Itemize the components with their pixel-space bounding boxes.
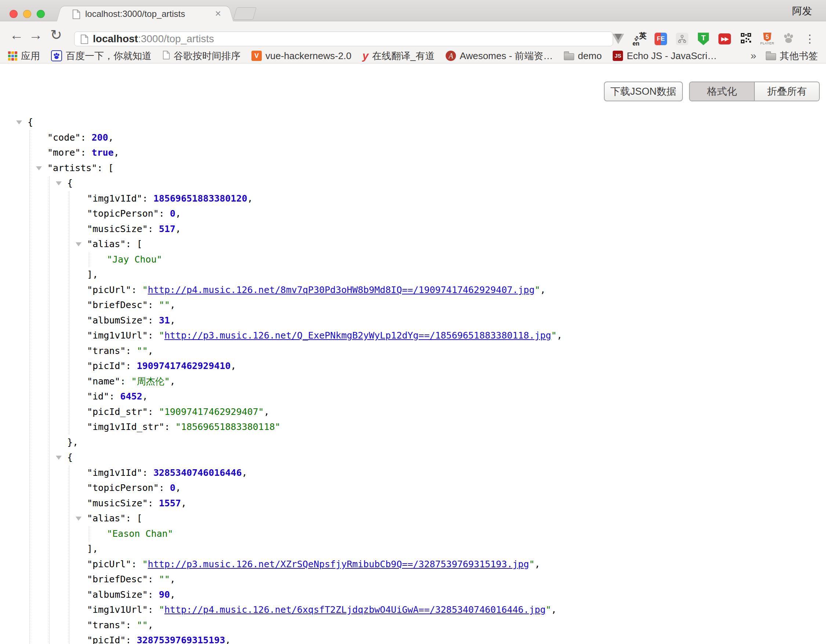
- json-key: "img1v1Url": [87, 330, 148, 341]
- json-key: "trans": [87, 620, 126, 630]
- json-string: "": [137, 346, 148, 356]
- json-key: "alias": [87, 239, 126, 249]
- collapse-toggle-icon[interactable]: [16, 120, 22, 124]
- json-line: "id": 6452,: [87, 389, 148, 404]
- json-string: ": [534, 284, 540, 295]
- json-punctuation: ,: [108, 132, 114, 143]
- json-string: "18569651883380118": [175, 422, 281, 432]
- json-line: "img1v1Id": 18569651883380120,: [87, 191, 253, 206]
- browser-tab[interactable]: localhost:3000/top_artists ×: [64, 6, 226, 21]
- json-punctuation: :: [148, 589, 159, 600]
- json-key: "img1v1Id": [87, 193, 143, 204]
- json-key: "briefDesc": [87, 574, 148, 585]
- json-line: "picUrl": "http://p3.music.126.net/XZrSQ…: [87, 557, 540, 572]
- json-line: "picId_str": "19097417462929407",: [87, 404, 269, 420]
- collapse-toggle-icon[interactable]: [36, 166, 42, 171]
- json-punctuation: ],: [87, 543, 98, 554]
- collapse-toggle-icon[interactable]: [56, 456, 62, 460]
- json-number: 18569651883380120: [154, 193, 247, 204]
- json-punctuation: ,: [540, 284, 545, 295]
- json-punctuation: :: [81, 132, 92, 143]
- json-line: "picUrl": "http://p4.music.126.net/8mv7q…: [87, 282, 545, 298]
- json-number: 517: [159, 223, 175, 234]
- json-punctuation: ,: [170, 574, 175, 585]
- json-line: "albumSize": 31,: [87, 313, 175, 328]
- json-key: "musicSize": [87, 498, 148, 509]
- json-punctuation: :: [131, 284, 142, 295]
- json-string: ": [545, 604, 551, 615]
- json-punctuation: ,: [175, 208, 181, 219]
- json-line: "artists": [: [47, 160, 114, 176]
- json-string: "Jay Chou": [107, 254, 162, 265]
- json-key: "albumSize": [87, 315, 148, 326]
- json-line: "trans": "",: [87, 343, 154, 359]
- json-string: ": [143, 284, 148, 295]
- json-string: ": [551, 330, 557, 341]
- json-punctuation: :: [159, 208, 170, 219]
- json-line: {: [67, 450, 73, 465]
- json-punctuation: },: [67, 437, 78, 448]
- json-line: "trans": "",: [87, 618, 154, 633]
- json-number: 3287539769315193: [137, 635, 225, 644]
- json-key: "img1v1Url": [87, 604, 148, 615]
- json-url-link[interactable]: http://p4.music.126.net/6xqsfT2ZLjdqzbwO…: [165, 604, 546, 615]
- json-number: 0: [170, 208, 175, 219]
- json-line: "musicSize": 517,: [87, 221, 181, 237]
- json-line: "albumSize": 90,: [87, 587, 175, 602]
- json-punctuation: ,: [247, 193, 253, 204]
- json-punctuation: ,: [114, 147, 119, 158]
- json-url-link[interactable]: http://p4.music.126.net/8mv7qP30Pd3oHW8b…: [148, 284, 535, 295]
- json-punctuation: {: [28, 117, 33, 127]
- json-punctuation: :: [148, 223, 159, 234]
- json-punctuation: ,: [551, 604, 557, 615]
- json-line: "Jay Chou": [107, 252, 162, 267]
- json-key: "img1v1Id_str": [87, 422, 165, 432]
- json-punctuation: ],: [87, 269, 98, 280]
- json-key: "name": [87, 376, 120, 386]
- json-string: "": [159, 299, 170, 310]
- json-viewer: {"code": 200,"more": true,"artists": [{"…: [0, 0, 826, 644]
- page-favicon-icon: [72, 9, 81, 20]
- json-punctuation: :: [81, 147, 92, 158]
- json-key: "topicPerson": [87, 483, 159, 493]
- json-line: "img1v1Id": 3285340746016446,: [87, 465, 247, 481]
- json-key: "picId": [87, 360, 126, 371]
- json-punctuation: ,: [181, 498, 186, 509]
- json-line: ],: [87, 267, 98, 282]
- json-line: "musicSize": 1557,: [87, 496, 186, 511]
- collapse-toggle-icon[interactable]: [56, 182, 62, 185]
- json-punctuation: ,: [170, 299, 175, 310]
- json-line: "Eason Chan": [107, 526, 173, 542]
- json-number: 1557: [159, 498, 181, 509]
- json-number: 0: [170, 483, 175, 493]
- collapse-toggle-icon[interactable]: [76, 517, 81, 521]
- json-punctuation: ,: [148, 620, 154, 630]
- json-line: ],: [87, 541, 98, 557]
- json-punctuation: : [: [97, 163, 113, 173]
- json-line: "more": true,: [47, 145, 119, 160]
- json-punctuation: :: [148, 498, 159, 509]
- tab-close-icon[interactable]: ×: [215, 6, 221, 21]
- json-line: "name": "周杰伦",: [87, 374, 175, 389]
- json-url-link[interactable]: http://p3.music.126.net/Q_ExePNkmgB2yWyL…: [165, 330, 551, 341]
- json-line: "img1v1Url": "http://p3.music.126.net/Q_…: [87, 328, 562, 343]
- json-line: "topicPerson": 0,: [87, 480, 181, 496]
- json-punctuation: ,: [148, 346, 154, 356]
- json-key: "alias": [87, 513, 126, 524]
- json-punctuation: {: [67, 178, 73, 188]
- json-punctuation: :: [159, 483, 170, 493]
- collapse-toggle-icon[interactable]: [76, 242, 81, 246]
- json-punctuation: :: [126, 635, 137, 644]
- json-line: "alias": [: [87, 511, 143, 526]
- json-punctuation: :: [126, 620, 137, 630]
- json-punctuation: :: [165, 422, 175, 432]
- json-key: "albumSize": [87, 589, 148, 600]
- json-punctuation: :: [148, 574, 159, 585]
- indent-guide: [89, 252, 89, 267]
- json-punctuation: : [: [126, 513, 142, 524]
- json-key: "picUrl": [87, 284, 131, 295]
- json-url-link[interactable]: http://p3.music.126.net/XZrSQeNpsfjyRmib…: [148, 559, 529, 570]
- json-punctuation: :: [131, 559, 142, 570]
- json-punctuation: ,: [175, 223, 181, 234]
- json-punctuation: :: [109, 391, 120, 402]
